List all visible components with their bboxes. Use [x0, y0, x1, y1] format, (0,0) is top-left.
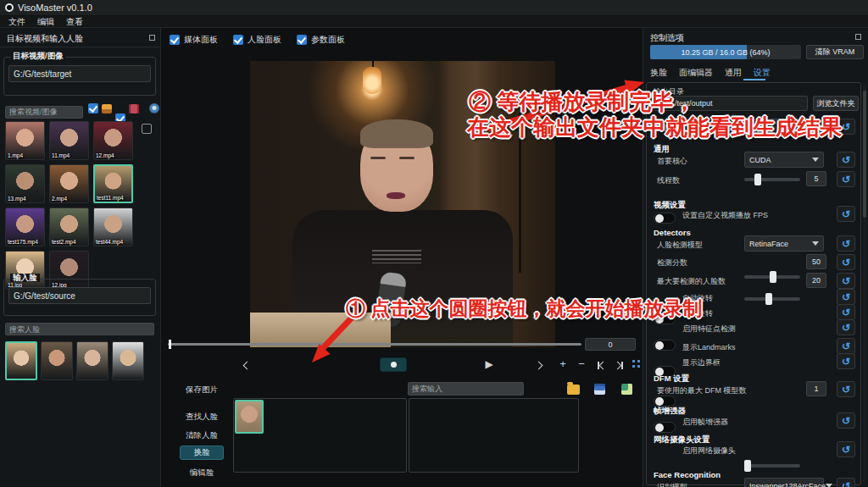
- record-button[interactable]: [380, 357, 407, 372]
- show-landmarks-label: 显示Landmarks: [682, 342, 736, 353]
- media-thumb-selected[interactable]: test11.mp4: [93, 164, 133, 203]
- remove-marker-button[interactable]: −: [576, 357, 587, 370]
- detect-model-dropdown[interactable]: RetinaFace: [744, 235, 824, 252]
- menu-edit[interactable]: 编辑: [37, 16, 54, 28]
- custom-fps-toggle[interactable]: [654, 213, 676, 224]
- rec-model-value: Inswapper128ArcFace: [749, 482, 826, 487]
- source-folder-input[interactable]: [8, 287, 151, 304]
- tab-face-swap[interactable]: 换脸: [650, 67, 667, 79]
- media-thumb[interactable]: 12.mp4: [93, 121, 133, 160]
- scrollbar-thumb[interactable]: [863, 91, 866, 218]
- timeline-slider[interactable]: [168, 343, 581, 346]
- prev-marker-button[interactable]: [241, 358, 253, 372]
- reset-button[interactable]: ↺: [837, 171, 855, 187]
- save-image-icon[interactable]: [621, 384, 632, 395]
- show-bbox-label: 显示边界框: [682, 357, 721, 368]
- slider-handle[interactable]: [770, 271, 776, 283]
- search-media-input[interactable]: [5, 106, 83, 119]
- play-button[interactable]: ▶: [483, 357, 495, 371]
- undock-icon[interactable]: [149, 35, 155, 41]
- add-marker-button[interactable]: +: [558, 357, 568, 370]
- jump-end-button[interactable]: [612, 358, 626, 372]
- menu-view[interactable]: 查看: [66, 16, 83, 28]
- clear-faces-button[interactable]: 清除人脸: [176, 430, 227, 441]
- facerec-section-label: Face Recognition: [654, 470, 721, 479]
- browse-folder-button[interactable]: 浏览文件夹: [813, 96, 859, 111]
- reset-button[interactable]: ↺: [837, 152, 855, 168]
- search-input-face-field[interactable]: [408, 382, 524, 396]
- undock-icon[interactable]: [855, 34, 861, 40]
- tab-face-editor[interactable]: 面编辑器: [679, 67, 713, 79]
- media-thumb[interactable]: 1.mp4: [5, 121, 45, 160]
- jump-start-button[interactable]: [595, 358, 609, 372]
- reset-button[interactable]: ↺: [837, 304, 855, 320]
- menu-file[interactable]: 文件: [8, 16, 25, 28]
- reset-button[interactable]: ↺: [837, 319, 855, 335]
- media-thumb[interactable]: test44.mp4: [93, 208, 133, 246]
- dfm-section-label: DFM 设置: [654, 374, 689, 385]
- reset-button[interactable]: ↺: [837, 412, 855, 429]
- next-marker-button[interactable]: [532, 358, 544, 372]
- toggle-label: 媒体面板: [184, 34, 218, 46]
- media-thumb[interactable]: 11.mp4: [49, 121, 89, 160]
- reset-button[interactable]: ↺: [837, 289, 855, 305]
- input-face-selected[interactable]: [5, 341, 37, 380]
- face-panel-toggle[interactable]: 人脸面板: [233, 34, 281, 46]
- show-bbox-toggle[interactable]: [654, 422, 676, 433]
- input-face[interactable]: [76, 341, 108, 380]
- rec-model-dropdown[interactable]: Inswapper128ArcFace: [744, 478, 824, 487]
- annotation-step2-line2: 在这个输出文件夹中就能看到生成结果: [467, 113, 842, 142]
- frame-number-box[interactable]: 0: [585, 338, 636, 351]
- vram-text: 10.25 GB / 16.0 GB (64%): [650, 45, 801, 59]
- param-panel-toggle[interactable]: 参数面板: [297, 34, 345, 46]
- reset-button[interactable]: ↺: [837, 254, 855, 270]
- found-face-thumb[interactable]: [235, 400, 264, 434]
- tab-settings[interactable]: 设置: [754, 67, 771, 79]
- reset-button[interactable]: ↺: [837, 353, 855, 369]
- webcam-icon: [149, 103, 159, 113]
- media-thumb[interactable]: test175.mp4: [5, 208, 45, 246]
- manual-rotate-toggle[interactable]: [654, 340, 676, 351]
- slider-handle[interactable]: [754, 174, 761, 185]
- media-thumb[interactable]: 13.mp4: [5, 164, 45, 203]
- reset-button[interactable]: ↺: [837, 235, 855, 252]
- input-face[interactable]: [112, 341, 144, 380]
- save-image-button[interactable]: 保存图片: [176, 385, 227, 396]
- search-face-input[interactable]: [5, 323, 154, 335]
- media-thumb[interactable]: 2.mp4: [49, 164, 89, 203]
- clear-vram-button[interactable]: 清除 VRAM: [806, 45, 864, 59]
- save-icon[interactable]: [594, 384, 605, 395]
- input-face[interactable]: [41, 341, 73, 380]
- timeline-handle[interactable]: [169, 340, 171, 349]
- reset-button[interactable]: ↺: [837, 441, 855, 457]
- slider-handle[interactable]: [744, 460, 751, 472]
- slider-handle[interactable]: [765, 293, 772, 305]
- target-folder-input[interactable]: [8, 65, 151, 82]
- reset-button[interactable]: ↺: [837, 273, 855, 289]
- media-thumb-label: test2.mp4: [52, 239, 76, 245]
- dfm-slider[interactable]: [744, 464, 800, 468]
- reset-button[interactable]: ↺: [837, 206, 855, 222]
- reset-button[interactable]: ↺: [837, 381, 855, 397]
- tab-common[interactable]: 通用: [725, 67, 742, 79]
- app-logo-icon: [5, 3, 14, 12]
- detectors-section-label: Detectors: [654, 228, 691, 237]
- max-faces-slider[interactable]: [744, 297, 800, 301]
- find-faces-button[interactable]: 查找人脸: [176, 412, 227, 423]
- scrollbar[interactable]: [863, 84, 866, 484]
- swap-face-button[interactable]: 换脸: [180, 445, 224, 460]
- threads-slider[interactable]: [744, 178, 800, 181]
- swap-grid-icon[interactable]: [632, 360, 640, 368]
- media-panel-toggle[interactable]: 媒体面板: [170, 34, 218, 46]
- reset-button[interactable]: ↺: [837, 478, 855, 487]
- edit-face-button[interactable]: 编辑脸: [176, 468, 227, 479]
- images-icon: [102, 104, 112, 113]
- webcam-checkbox[interactable]: [142, 124, 152, 134]
- media-thumb[interactable]: test2.mp4: [49, 208, 89, 246]
- dfm-label: 要使用的最大 DFM 模型数: [657, 385, 747, 396]
- provider-dropdown[interactable]: CUDA: [744, 152, 824, 168]
- include-images-checkbox[interactable]: [88, 103, 98, 113]
- reset-button[interactable]: ↺: [837, 338, 855, 354]
- detect-score-slider[interactable]: [744, 275, 800, 279]
- open-folder-icon[interactable]: [567, 385, 580, 395]
